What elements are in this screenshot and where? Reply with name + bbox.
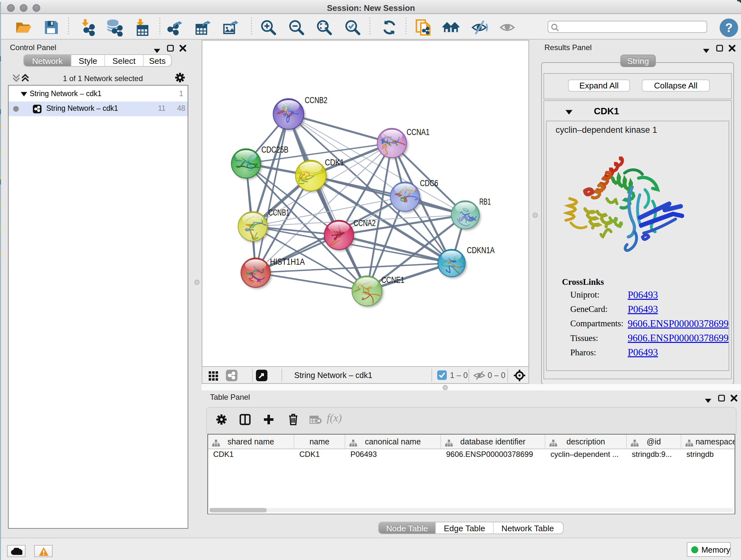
- svg-text:CCNA2: CCNA2: [354, 219, 376, 228]
- svg-text:CDC25B: CDC25B: [261, 145, 288, 154]
- svg-text:CCNE1: CCNE1: [381, 275, 404, 285]
- svg-text:CDKN1A: CDKN1A: [467, 246, 495, 255]
- svg-text:CCNB1: CCNB1: [268, 208, 289, 217]
- svg-text:RB1: RB1: [479, 197, 491, 206]
- svg-text:CCNB2: CCNB2: [305, 96, 327, 105]
- svg-text:CDC6: CDC6: [420, 179, 438, 188]
- svg-text:CCNA1: CCNA1: [407, 127, 429, 137]
- svg-text:HIST1H1A: HIST1H1A: [270, 257, 305, 266]
- svg-text:CDK1: CDK1: [325, 158, 344, 167]
